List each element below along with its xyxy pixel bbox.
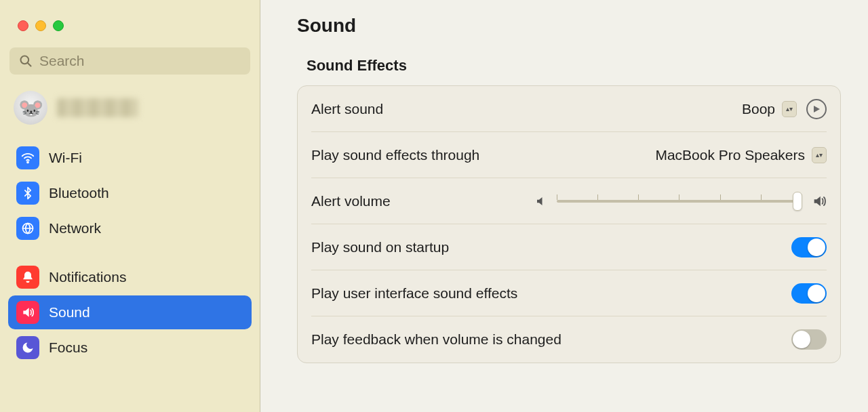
search-input[interactable] [39, 53, 241, 69]
play-feedback-toggle[interactable] [791, 329, 827, 350]
window-controls [8, 14, 252, 47]
sidebar: 🐭 Wi-Fi Bluetooth Network Not [0, 0, 260, 412]
sidebar-item-label: Wi-Fi [49, 150, 82, 166]
nav-section-general: Notifications Sound Focus [8, 260, 252, 365]
sidebar-item-label: Bluetooth [49, 185, 109, 201]
notifications-icon [16, 266, 39, 289]
label-play-feedback: Play feedback when volume is changed [311, 331, 561, 348]
sidebar-item-label: Sound [49, 304, 90, 321]
page-title: Sound [297, 15, 841, 37]
label-alert-volume: Alert volume [311, 193, 391, 209]
svg-point-2 [27, 162, 28, 163]
account-name-redacted [57, 98, 138, 117]
play-icon [812, 105, 821, 113]
avatar: 🐭 [14, 91, 47, 125]
sound-effects-card: Alert sound Boop ▴▾ Play sound effects t… [297, 85, 841, 363]
play-through-dropdown[interactable]: MacBook Pro Speakers ▴▾ [655, 147, 827, 163]
play-through-value: MacBook Pro Speakers [655, 147, 805, 163]
sidebar-item-label: Notifications [49, 269, 126, 285]
sidebar-item-wifi[interactable]: Wi-Fi [8, 141, 252, 175]
label-alert-sound: Alert sound [311, 101, 383, 117]
play-startup-toggle[interactable] [791, 237, 827, 258]
wifi-icon [16, 146, 39, 169]
sidebar-item-label: Network [49, 220, 101, 236]
slider-thumb[interactable] [793, 192, 802, 211]
minimize-window-button[interactable] [35, 20, 46, 31]
zoom-window-button[interactable] [53, 20, 64, 31]
main-content: Sound Sound Effects Alert sound Boop ▴▾ … [260, 0, 868, 412]
volume-low-icon [535, 195, 547, 207]
row-alert-sound: Alert sound Boop ▴▾ [311, 86, 827, 132]
close-window-button[interactable] [18, 20, 28, 31]
row-play-startup: Play sound on startup [311, 224, 827, 270]
sound-icon [16, 301, 39, 324]
svg-marker-4 [814, 106, 820, 112]
alert-sound-dropdown[interactable]: Boop ▴▾ [742, 101, 797, 117]
network-icon [16, 217, 39, 240]
row-play-through: Play sound effects through MacBook Pro S… [311, 132, 827, 178]
volume-high-icon [812, 194, 827, 209]
sidebar-item-focus[interactable]: Focus [8, 331, 252, 365]
alert-sound-value: Boop [742, 101, 775, 117]
row-play-feedback: Play feedback when volume is changed [311, 316, 827, 363]
sidebar-item-notifications[interactable]: Notifications [8, 260, 252, 294]
slider-track [557, 200, 802, 203]
label-play-startup: Play sound on startup [311, 239, 449, 255]
focus-icon [16, 336, 39, 359]
play-ui-effects-toggle[interactable] [791, 283, 827, 304]
sidebar-item-label: Focus [49, 339, 87, 356]
play-alert-sound-button[interactable] [806, 99, 827, 119]
sidebar-item-sound[interactable]: Sound [8, 295, 252, 329]
svg-line-1 [28, 63, 31, 66]
account-row[interactable]: 🐭 [8, 85, 252, 137]
bluetooth-icon [16, 182, 39, 205]
alert-volume-slider[interactable] [557, 193, 802, 209]
search-field[interactable] [9, 47, 250, 75]
search-icon [19, 54, 33, 68]
slider-ticks [557, 194, 802, 200]
nav-section-network: Wi-Fi Bluetooth Network [8, 141, 252, 245]
chevron-updown-icon: ▴▾ [812, 147, 827, 163]
sidebar-item-network[interactable]: Network [8, 211, 252, 245]
sidebar-item-bluetooth[interactable]: Bluetooth [8, 176, 252, 210]
section-title-sound-effects: Sound Effects [307, 57, 841, 75]
label-play-ui-effects: Play user interface sound effects [311, 285, 517, 302]
row-play-ui-effects: Play user interface sound effects [311, 270, 827, 316]
chevron-updown-icon: ▴▾ [782, 101, 797, 117]
label-play-through: Play sound effects through [311, 147, 479, 163]
row-alert-volume: Alert volume [311, 178, 827, 224]
